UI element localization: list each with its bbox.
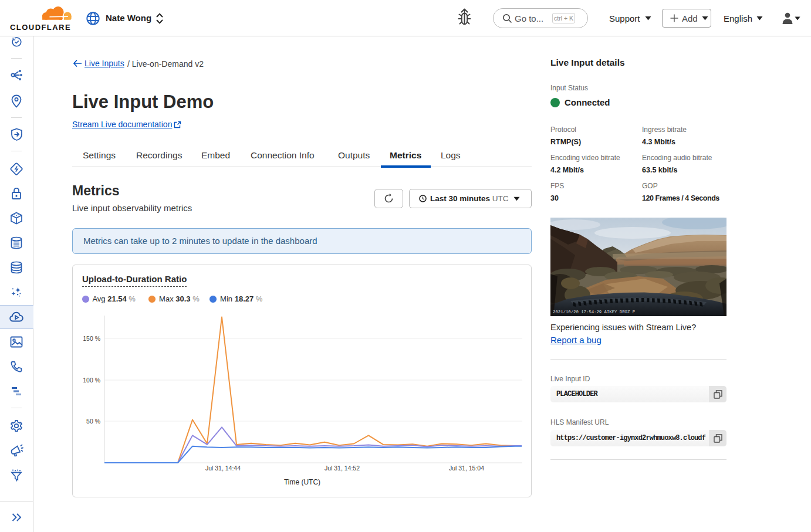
svg-text:2021/10/20 17:54:29 AIKEY DROZ: 2021/10/20 17:54:29 AIKEY DROZ P [553, 310, 635, 314]
svg-text:Time (UTC): Time (UTC) [284, 478, 320, 486]
svg-text:Jul 31, 14:44: Jul 31, 14:44 [205, 465, 241, 472]
svg-text:100 %: 100 % [83, 377, 100, 384]
svg-text:CLOUDFLARE: CLOUDFLARE [10, 23, 71, 32]
svg-text:150 %: 150 % [83, 335, 100, 342]
svg-text:Jul 31, 15:04: Jul 31, 15:04 [449, 465, 484, 472]
svg-text:50 %: 50 % [86, 418, 100, 425]
svg-text:Jul 31, 14:52: Jul 31, 14:52 [325, 465, 360, 472]
